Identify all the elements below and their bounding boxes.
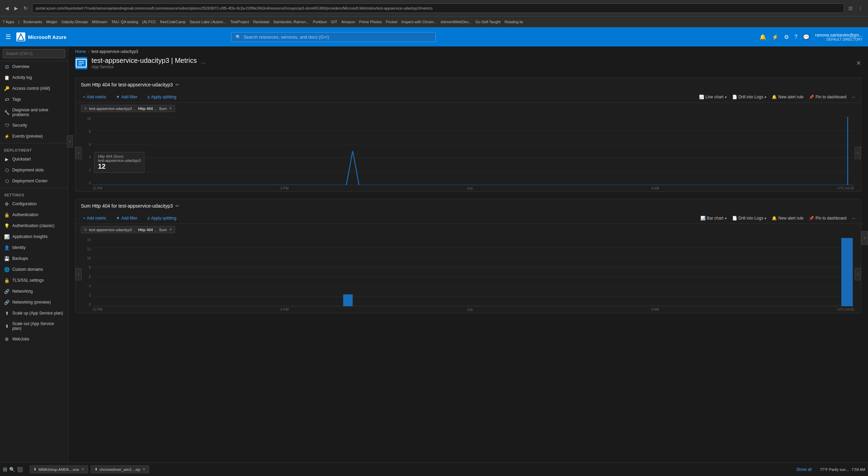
- sidebar-item-authentication-classic[interactable]: 💡 Authentication (classic): [0, 220, 68, 231]
- chart-1-tag-close[interactable]: ✕: [169, 106, 172, 111]
- bookmark-inspect[interactable]: Inspect with Chrom...: [401, 20, 437, 24]
- azure-search-box[interactable]: 🔍: [231, 32, 436, 42]
- bookmark-self-taught[interactable]: Go Self-Taught: [475, 20, 500, 24]
- help-icon[interactable]: ?: [794, 34, 797, 40]
- add-metric-button-1[interactable]: + Add metric: [81, 94, 108, 100]
- sidebar-item-networking-preview[interactable]: 🔗 Networking (preview): [0, 297, 68, 308]
- chart-type-button-2[interactable]: 📊 Bar chart ▾: [700, 216, 727, 221]
- chart-2-tag-close[interactable]: ✕: [169, 227, 172, 232]
- sidebar-item-deployment-center[interactable]: ⬡ Deployment Center: [0, 176, 68, 186]
- bookmark-sauce[interactable]: Sauce Labs | Autom...: [190, 20, 226, 24]
- chart-2-nav-right[interactable]: ›: [855, 268, 861, 280]
- apps-bookmark[interactable]: 7 Apps: [3, 20, 14, 24]
- extensions-icon[interactable]: ⊡: [847, 5, 854, 12]
- bookmark-testproject[interactable]: TestProject: [230, 20, 249, 24]
- chart-2-edit-icon[interactable]: ✏: [175, 203, 180, 209]
- bookmark-fcc[interactable]: (A) FCC: [142, 20, 156, 24]
- bookmark-bookmarks[interactable]: Bookmarks: [24, 20, 42, 24]
- more-options-button-1[interactable]: ···: [852, 95, 855, 99]
- bookmark-element[interactable]: elementWebDev...: [441, 20, 471, 24]
- bookmark-freecodecamp[interactable]: freeCodeCamp: [160, 20, 186, 24]
- sidebar-item-custom-domains[interactable]: 🌐 Custom domains: [0, 264, 68, 275]
- sidebar-item-access-control[interactable]: 🔑 Access control (IAM): [0, 83, 68, 94]
- bookmark-meijjer[interactable]: Meijjer: [46, 20, 57, 24]
- sidebar-item-scale-out[interactable]: ⬆ Scale out (App Service plan): [0, 319, 68, 334]
- chart-type-button-1[interactable]: 📈 Line chart ▾: [699, 95, 727, 99]
- bookmark-amazon[interactable]: Amazon: [341, 20, 355, 24]
- sidebar-item-events[interactable]: ⚡ Events (preview): [0, 131, 68, 142]
- sidebar-item-tags[interactable]: 🏷 Tags: [0, 94, 68, 105]
- bookmark-porkbun[interactable]: Porkbun: [313, 20, 327, 24]
- add-filter-button-1[interactable]: ▼ Add filter: [114, 94, 139, 100]
- browser-controls[interactable]: ◀ ▶ ↻: [3, 5, 29, 12]
- sidebar-item-networking[interactable]: 🔗 Networking: [0, 286, 68, 297]
- sidebar-item-activity-log[interactable]: 📋 Activity log: [0, 72, 68, 83]
- sidebar-item-quickstart[interactable]: ▶ Quickstart: [0, 154, 68, 165]
- search-input[interactable]: [244, 34, 431, 40]
- forward-icon[interactable]: ▶: [13, 5, 20, 12]
- taskbar-download-2[interactable]: ⬇ chromedriver_win3....zip ✕: [91, 465, 149, 473]
- sidebar-item-configuration[interactable]: ⚙ Configuration: [0, 198, 68, 209]
- feedback-icon[interactable]: 💬: [803, 34, 810, 40]
- add-metric-button-2[interactable]: + Add metric: [81, 215, 108, 222]
- pin-dashboard-button-1[interactable]: 📌 Pin to dashboard: [809, 95, 846, 99]
- sidebar-search-input[interactable]: [3, 49, 65, 58]
- bookmark-udacity[interactable]: Udacity-Devops: [61, 20, 88, 24]
- sidebar-item-tls[interactable]: 🔒 TLS/SSL settings: [0, 275, 68, 286]
- bookmark-tau[interactable]: TAU- QA testing: [111, 20, 138, 24]
- sidebar-item-webjobs[interactable]: ⚙ WebJobs: [0, 334, 68, 345]
- back-icon[interactable]: ◀: [3, 5, 11, 12]
- azure-brand[interactable]: Microsoft Azure: [16, 32, 67, 41]
- right-collapse-arrow[interactable]: ›: [861, 231, 868, 245]
- bookmark-prime[interactable]: Prime Photos: [359, 20, 382, 24]
- menu-icon[interactable]: ☰: [5, 33, 11, 41]
- breadcrumb-home[interactable]: Home: [75, 49, 86, 54]
- sidebar-item-security[interactable]: 🛡 Security: [0, 120, 68, 131]
- drill-logs-button-2[interactable]: 📄 Drill into Logs ▾: [732, 216, 767, 221]
- settings-icon[interactable]: ⋮: [856, 5, 865, 12]
- chart-1-nav-right[interactable]: ›: [855, 147, 861, 159]
- refresh-icon[interactable]: ↻: [22, 5, 29, 12]
- show-all-button[interactable]: Show all: [796, 467, 812, 472]
- taskbar-dl2-close[interactable]: ✕: [142, 467, 145, 472]
- taskbar-dl1-close[interactable]: ✕: [81, 467, 84, 472]
- taskbar-download-1[interactable]: ⬇ MMASetup-AMD6....exe ✕: [30, 465, 88, 473]
- page-title-more-icon[interactable]: ···: [201, 60, 205, 66]
- sidebar-item-app-insights[interactable]: 📊 Application Insights: [0, 231, 68, 242]
- sidebar-item-scale-up[interactable]: ⬆ Scale up (App Service plan): [0, 308, 68, 319]
- browser-extra-controls[interactable]: ⊡ ⋮: [847, 5, 865, 12]
- pin-dashboard-button-2[interactable]: 📌 Pin to dashboard: [809, 216, 846, 221]
- sidebar-search-container[interactable]: [0, 46, 68, 61]
- sidebar-toggle-button[interactable]: ‹: [67, 135, 73, 148]
- url-bar[interactable]: portal.azure.com/#quickstart=True&/ramon…: [32, 3, 844, 13]
- chart-2-nav-left[interactable]: ‹: [75, 268, 82, 280]
- more-options-button-2[interactable]: ···: [852, 216, 855, 221]
- search-taskbar-icon[interactable]: 🔍: [9, 467, 15, 472]
- user-menu[interactable]: ramona.saintandre@gm... DEFAULT DIRECTOR…: [815, 33, 863, 41]
- bookmark-saintandre[interactable]: Saintandre, Ramon...: [273, 20, 309, 24]
- bookmark-reading[interactable]: Reading lis: [504, 20, 523, 24]
- apply-splitting-button-2[interactable]: ⧖ Apply splitting: [145, 215, 179, 222]
- sidebar-item-deployment-slots[interactable]: ⬡ Deployment slots: [0, 165, 68, 176]
- bookmark-pocket[interactable]: Pocket: [386, 20, 397, 24]
- apply-splitting-button-1[interactable]: ⧖ Apply splitting: [145, 94, 179, 100]
- sidebar-item-authentication[interactable]: 🔒 Authentication: [0, 209, 68, 220]
- drill-logs-button-1[interactable]: 📄 Drill into Logs ▾: [732, 95, 767, 99]
- sidebar-item-overview[interactable]: ⊡ Overview: [0, 61, 68, 72]
- sidebar-item-identity[interactable]: 👤 Identity: [0, 242, 68, 253]
- sidebar-item-diagnose[interactable]: 🔧 Diagnose and solve problems: [0, 105, 68, 120]
- windows-start-icon[interactable]: ⊞: [3, 466, 7, 473]
- sidebar-item-backups[interactable]: 💾 Backups: [0, 253, 68, 264]
- notifications-icon[interactable]: 🔔: [759, 34, 766, 40]
- bookmark-mstream[interactable]: MStream: [92, 20, 108, 24]
- new-alert-button-1[interactable]: 🔔 New alert rule: [772, 95, 803, 99]
- taskview-icon[interactable]: ⬛: [17, 467, 23, 472]
- add-filter-button-2[interactable]: ▼ Add filter: [114, 215, 139, 222]
- page-close-button[interactable]: ✕: [856, 59, 861, 67]
- chart-1-nav-left[interactable]: ‹: [75, 147, 82, 159]
- chart-1-edit-icon[interactable]: ✏: [175, 82, 180, 87]
- bookmark-randstad[interactable]: Randstad: [253, 20, 269, 24]
- settings-topbar-icon[interactable]: ⚙: [784, 34, 789, 40]
- cloud-shell-icon[interactable]: ⚡: [772, 34, 779, 40]
- new-alert-button-2[interactable]: 🔔 New alert rule: [772, 216, 803, 221]
